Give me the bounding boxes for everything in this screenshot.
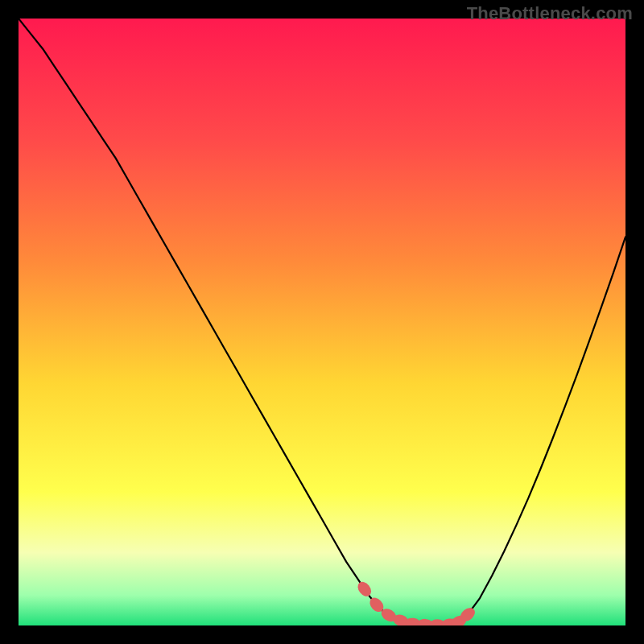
plot-svg [19,19,625,625]
watermark-label: TheBottleneck.com [467,3,633,24]
chart-frame: TheBottleneck.com [0,0,644,644]
plot-area [19,19,625,625]
gradient-background [19,19,625,625]
